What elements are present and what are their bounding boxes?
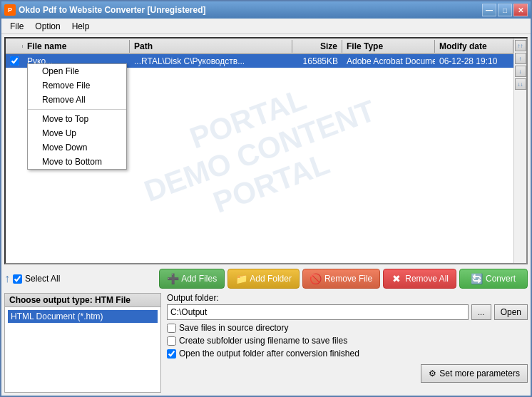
add-files-label: Add Files xyxy=(181,274,217,284)
context-menu-move-down[interactable]: Move Down xyxy=(28,140,126,155)
context-menu-remove-all[interactable]: Remove All xyxy=(28,93,126,107)
output-folder-label: Output folder: xyxy=(167,293,528,303)
remove-all-button[interactable]: ✖ Remove All xyxy=(383,269,456,289)
remove-file-label: Remove File xyxy=(324,274,372,284)
add-folder-button[interactable]: 📁 Add Folder xyxy=(227,269,300,289)
checkbox-row-3: Open the output folder after conversion … xyxy=(167,349,528,359)
col-header-size: Size xyxy=(292,40,342,53)
context-menu-move-up[interactable]: Move Up xyxy=(28,126,126,140)
bottom-toolbar: ↑ Select All ➕ Add Files 📁 Add Folder 🚫 … xyxy=(4,267,528,290)
checkbox-row-1: Save files in source directory xyxy=(167,323,528,333)
output-folder-input-row: ... Open xyxy=(167,304,528,320)
set-params-row: ⚙ Set more parameters xyxy=(167,364,528,383)
output-type-label: Choose output type: HTM File xyxy=(5,294,160,307)
checkbox-create-subfolder-label: Create subfolder using filename to save … xyxy=(179,336,347,346)
add-files-button[interactable]: ➕ Add Files xyxy=(159,269,225,289)
minimize-button[interactable]: — xyxy=(482,4,496,16)
main-content: File name Path Size File Type Modify dat… xyxy=(1,34,531,396)
menu-file[interactable]: File xyxy=(4,20,29,33)
output-type-item-htm[interactable]: HTML Document (*.htm) xyxy=(8,310,158,323)
add-folder-label: Add Folder xyxy=(250,274,292,284)
checkbox-create-subfolder[interactable] xyxy=(167,336,176,346)
output-type-list: HTML Document (*.htm) xyxy=(5,307,160,392)
convert-label: Convert xyxy=(486,274,516,284)
row-checkbox-input[interactable] xyxy=(10,56,19,66)
menu-option[interactable]: Option xyxy=(29,20,66,33)
bottom-panel: Choose output type: HTM File HTML Docume… xyxy=(4,293,528,393)
scroll-to-top[interactable]: ↑↑ xyxy=(515,40,526,51)
scroll-down[interactable]: ↓ xyxy=(515,66,526,77)
context-menu: Open File Remove File Remove All Move to… xyxy=(27,63,127,170)
checkbox-save-source[interactable] xyxy=(167,324,176,333)
close-button[interactable]: ✕ xyxy=(513,4,528,16)
open-button[interactable]: Open xyxy=(494,304,528,320)
set-params-button[interactable]: ⚙ Set more parameters xyxy=(421,364,528,383)
file-table: File name Path Size File Type Modify dat… xyxy=(6,38,513,263)
maximize-button[interactable]: □ xyxy=(498,4,512,16)
convert-icon: 🔄 xyxy=(471,273,483,284)
app-icon: P xyxy=(4,4,16,16)
gear-icon: ⚙ xyxy=(429,368,436,378)
output-settings: Output folder: ... Open Save files in so… xyxy=(167,293,528,393)
menu-help[interactable]: Help xyxy=(66,20,96,33)
scroll-to-bottom[interactable]: ↓↓ xyxy=(515,78,526,90)
add-files-icon: ➕ xyxy=(167,273,178,284)
context-menu-remove-file[interactable]: Remove File xyxy=(28,78,126,93)
table-header: File name Path Size File Type Modify dat… xyxy=(6,38,513,54)
file-list-container: File name Path Size File Type Modify dat… xyxy=(4,37,528,264)
row-filetype: Adobe Acrobat Document xyxy=(342,54,435,68)
convert-button[interactable]: 🔄 Convert xyxy=(459,269,528,289)
context-menu-move-top[interactable]: Move to Top xyxy=(28,112,126,126)
col-header-modifydate: Modify date xyxy=(435,40,513,53)
output-folder-row: Output folder: ... Open xyxy=(167,293,528,320)
browse-button[interactable]: ... xyxy=(471,304,491,320)
checkbox-open-output[interactable] xyxy=(167,349,176,359)
menu-bar: File Option Help xyxy=(1,19,531,34)
app-window: P Okdo Pdf to Website Converter [Unregis… xyxy=(0,0,532,397)
context-menu-separator xyxy=(28,109,126,110)
title-bar-left: P Okdo Pdf to Website Converter [Unregis… xyxy=(4,4,205,16)
remove-file-button[interactable]: 🚫 Remove File xyxy=(302,269,380,289)
row-checkbox[interactable] xyxy=(6,54,23,68)
row-modifydate: 06-12-28 19:10 xyxy=(435,54,513,68)
title-bar: P Okdo Pdf to Website Converter [Unregis… xyxy=(1,1,531,19)
output-type-box: Choose output type: HTM File HTML Docume… xyxy=(4,293,161,393)
context-menu-move-bottom[interactable]: Move to Bottom xyxy=(28,155,126,169)
output-folder-input[interactable] xyxy=(167,304,469,320)
row-path: ...RTAL\Disk C\Руководств... xyxy=(130,54,292,68)
col-header-name: File name xyxy=(23,40,130,53)
col-header-path: Path xyxy=(130,40,292,53)
col-header-filetype: File Type xyxy=(342,40,435,53)
select-all-area: ↑ Select All xyxy=(4,272,156,285)
up-arrow-icon: ↑ xyxy=(4,272,10,285)
remove-all-icon: ✖ xyxy=(391,273,402,284)
checkbox-save-source-label: Save files in source directory xyxy=(179,323,288,333)
col-header-checkbox xyxy=(6,45,23,48)
remove-file-icon: 🚫 xyxy=(310,273,322,284)
title-controls: — □ ✕ xyxy=(482,4,528,16)
remove-all-label: Remove All xyxy=(405,274,449,284)
add-folder-icon: 📁 xyxy=(235,273,247,284)
row-size: 16585KB xyxy=(292,54,342,68)
select-all-checkbox[interactable] xyxy=(13,274,22,284)
checkbox-row-2: Create subfolder using filename to save … xyxy=(167,336,528,346)
checkbox-open-output-label: Open the output folder after conversion … xyxy=(179,349,359,359)
select-all-label: Select All xyxy=(25,274,60,284)
set-params-label: Set more parameters xyxy=(439,368,520,378)
context-menu-open-file[interactable]: Open File xyxy=(28,64,126,78)
window-title: Okdo Pdf to Website Converter [Unregiste… xyxy=(19,5,205,15)
scroll-arrows: ↑↑ ↑ ↓ ↓↓ xyxy=(513,38,526,263)
scroll-up[interactable]: ↑ xyxy=(515,53,526,64)
